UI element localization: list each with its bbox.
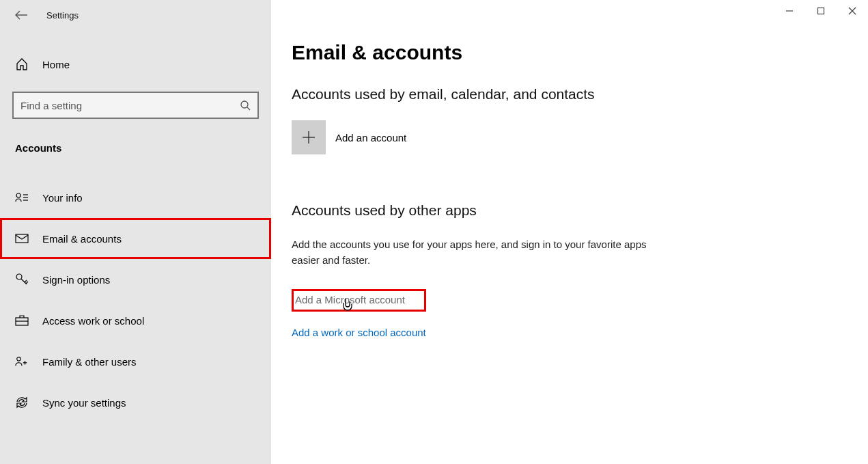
sync-icon [15,396,29,409]
briefcase-icon [15,314,29,327]
nav-list: Your info Email & accounts Sign-in optio… [0,177,271,423]
title-bar: Settings [0,0,271,30]
sidebar-item-label: Family & other users [42,356,137,368]
mail-icon [15,232,29,245]
sidebar-item-signin-options[interactable]: Sign-in options [0,259,271,300]
sidebar-item-sync-settings[interactable]: Sync your settings [0,382,271,423]
home-label: Home [42,59,70,70]
sidebar-item-label: Access work or school [42,315,144,327]
svg-rect-14 [818,8,824,14]
sidebar-item-label: Email & accounts [42,233,122,245]
section-description: Add the accounts you use for your apps h… [292,236,647,269]
search-input[interactable] [20,100,240,111]
svg-line-1 [247,107,250,110]
close-button[interactable] [837,0,868,22]
sidebar-item-family-other-users[interactable]: Family & other users [0,341,271,382]
svg-point-7 [16,274,22,279]
maximize-icon [817,7,825,15]
main-content: Email & accounts Accounts used by email,… [271,0,868,464]
app-title: Settings [46,10,79,21]
page-title: Email & accounts [292,41,868,64]
category-label: Accounts [15,142,271,154]
svg-point-2 [16,193,20,197]
arrow-left-icon [15,10,27,20]
add-account-label: Add an account [335,132,406,144]
sidebar: Settings Home Accounts Your info [0,0,271,464]
svg-point-10 [17,357,20,361]
minimize-button[interactable] [774,0,805,22]
search-icon [240,100,251,111]
sidebar-item-email-accounts[interactable]: Email & accounts [0,218,271,259]
back-button[interactable] [15,10,27,20]
add-work-school-account-link[interactable]: Add a work or school account [292,327,868,338]
sidebar-item-label: Sign-in options [42,274,110,286]
key-icon [15,273,29,286]
link-label: Add a Microsoft account [295,294,405,305]
sidebar-item-label: Sync your settings [42,397,126,409]
window-controls [774,0,868,22]
sidebar-item-your-info[interactable]: Your info [0,177,271,218]
add-account-button[interactable]: Add an account [292,120,868,154]
sidebar-item-access-work-school[interactable]: Access work or school [0,300,271,341]
svg-point-0 [241,101,248,108]
svg-rect-6 [16,234,28,243]
sidebar-item-label: Your info [42,192,83,204]
home-icon [15,57,29,71]
home-nav[interactable]: Home [0,51,271,78]
plus-icon [292,120,326,154]
section-heading-email: Accounts used by email, calendar, and co… [292,86,868,103]
section-heading-other-apps: Accounts used by other apps [292,202,868,219]
add-microsoft-account-link[interactable]: Add a Microsoft account [292,289,426,312]
person-card-icon [15,191,29,204]
search-box[interactable] [12,92,259,119]
close-icon [848,7,856,15]
maximize-button[interactable] [805,0,837,22]
minimize-icon [785,7,794,15]
people-plus-icon [15,355,29,368]
